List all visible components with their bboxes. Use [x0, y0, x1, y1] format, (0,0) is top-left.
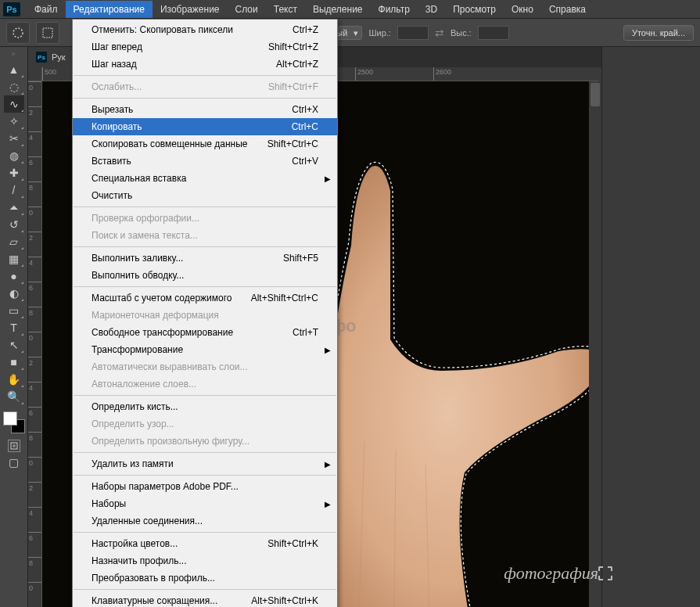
menu-item-label: Преобразовать в профиль... — [92, 572, 215, 584]
healing-brush-tool[interactable]: ✚ — [4, 164, 24, 181]
menu-item[interactable]: ВставитьCtrl+V — [73, 153, 337, 170]
new-selection-icon[interactable] — [36, 22, 59, 44]
crop-tool[interactable]: ✂ — [4, 130, 24, 147]
magic-wand-tool[interactable]: ✧ — [4, 113, 24, 130]
menu-item[interactable]: Свободное трансформированиеCtrl+T — [73, 324, 337, 341]
ruler-tick: 2500 — [355, 67, 433, 81]
menubar-item-1[interactable]: Редактирование — [66, 1, 153, 18]
menu-item[interactable]: Отменить: Скопировать пикселиCtrl+Z — [73, 21, 337, 38]
menu-item-shortcut: Shift+Ctrl+F — [268, 81, 318, 93]
menu-item[interactable]: Масштаб с учетом содержимогоAlt+Shift+Ct… — [73, 289, 337, 307]
menu-item-shortcut: Shift+Ctrl+K — [267, 537, 318, 550]
menubar-item-9[interactable]: Окно — [504, 1, 541, 18]
menu-item[interactable]: Удаленные соединения... — [73, 512, 337, 530]
menu-item[interactable]: Выполнить заливку...Shift+F5 — [73, 250, 337, 267]
menu-separator — [74, 207, 336, 207]
menu-item-label: Специальная вставка — [92, 172, 186, 185]
history-brush-tool[interactable]: ↺ — [4, 216, 24, 233]
menu-item-shortcut: Ctrl+V — [292, 155, 318, 167]
move-tool[interactable]: ▲ — [4, 61, 24, 78]
stamp-tool[interactable]: ⏶ — [4, 199, 24, 216]
menubar-item-6[interactable]: Фильтр — [371, 1, 418, 18]
screen-mode-toggle[interactable]: ▢ — [4, 454, 24, 471]
menu-item[interactable]: Преобразовать в профиль... — [73, 569, 337, 587]
gradient-tool[interactable]: ▦ — [4, 250, 24, 268]
zoom-tool[interactable]: 🔍 — [4, 388, 24, 405]
menu-separator — [74, 475, 336, 476]
height-input[interactable] — [478, 26, 509, 40]
shape-tool[interactable]: ■ — [4, 354, 24, 371]
menubar-item-4[interactable]: Текст — [266, 1, 305, 18]
menu-item-shortcut: Alt+Ctrl+Z — [276, 58, 318, 70]
ruler-tick: 6 — [28, 282, 41, 307]
menu-item[interactable]: Специальная вставка▶ — [73, 170, 337, 187]
eyedropper-tool[interactable]: ◍ — [4, 147, 24, 164]
ruler-tick: 2 — [28, 232, 41, 257]
menu-item[interactable]: Шаг назадAlt+Ctrl+Z — [73, 56, 337, 73]
menu-item: Автоналожение слоев... — [73, 375, 337, 393]
swap-dimensions-icon[interactable]: ⇄ — [435, 27, 444, 39]
menubar-item-5[interactable]: Выделение — [305, 1, 371, 18]
menubar-item-0[interactable]: Файл — [27, 1, 66, 18]
menu-item[interactable]: Настройка цветов...Shift+Ctrl+K — [73, 535, 337, 552]
color-swatches[interactable] — [3, 411, 25, 433]
quick-mask-toggle[interactable] — [8, 440, 20, 452]
menubar-item-3[interactable]: Слои — [228, 1, 266, 18]
menu-separator — [74, 532, 336, 533]
menubar-item-8[interactable]: Просмотр — [445, 1, 504, 18]
menu-item-shortcut: Ctrl+X — [292, 103, 318, 116]
ruler-tick: 6 — [28, 156, 41, 181]
pen-tool[interactable]: ▭ — [4, 302, 24, 319]
scrollbar-thumb[interactable] — [591, 83, 600, 106]
menu-item[interactable]: Шаг впередShift+Ctrl+Z — [73, 38, 337, 56]
menu-item-label: Удалить из памяти — [92, 458, 174, 470]
ruler-tick: 2 — [28, 357, 41, 382]
tool-preset-icon[interactable] — [6, 22, 30, 44]
menu-item-label: Назначить профиль... — [92, 555, 186, 567]
menu-item: Ослабить...Shift+Ctrl+F — [73, 78, 337, 95]
menu-item-shortcut: Ctrl+T — [293, 326, 318, 339]
eraser-tool[interactable]: ▱ — [4, 233, 24, 250]
blur-tool[interactable]: ● — [4, 268, 24, 285]
menu-item[interactable]: Скопировать совмещенные данныеShift+Ctrl… — [73, 135, 337, 153]
vertical-ruler[interactable]: 024680246802468024680 — [28, 81, 42, 607]
menu-separator — [74, 395, 336, 396]
foreground-color-swatch[interactable] — [3, 411, 17, 426]
app-logo: Ps — [3, 2, 20, 16]
document-tab[interactable]: Ps Рук — [28, 47, 74, 67]
menu-item[interactable]: Выполнить обводку... — [73, 267, 337, 284]
menu-item[interactable]: Определить кисть... — [73, 398, 337, 415]
menubar-item-2[interactable]: Изображение — [153, 1, 228, 18]
marquee-tool[interactable]: ◌ — [4, 78, 24, 95]
menubar-item-10[interactable]: Справка — [541, 1, 594, 18]
hand-tool[interactable]: ✋ — [4, 371, 24, 388]
menu-item[interactable]: Клавиатурные сокращения...Alt+Shift+Ctrl… — [73, 592, 337, 607]
menu-item[interactable]: Трансформирование▶ — [73, 341, 337, 358]
menu-item-shortcut: Alt+Shift+Ctrl+K — [251, 594, 318, 607]
panel-drag-handle[interactable]: » — [11, 50, 16, 58]
menu-item[interactable]: Назначить профиль... — [73, 552, 337, 569]
menu-item[interactable]: Очистить — [73, 187, 337, 204]
menu-item-label: Копировать — [92, 120, 142, 133]
lasso-tool[interactable]: ∿ — [4, 95, 24, 113]
edit-menu-dropdown: Отменить: Скопировать пикселиCtrl+ZШаг в… — [72, 19, 338, 607]
refine-edge-button[interactable]: Уточн. край... — [623, 25, 694, 41]
menubar-item-7[interactable]: 3D — [418, 1, 445, 18]
vertical-scrollbar[interactable] — [589, 81, 601, 607]
ruler-tick: 8 — [28, 181, 41, 207]
menu-item[interactable]: ВырезатьCtrl+X — [73, 101, 337, 118]
menu-item-label: Отменить: Скопировать пиксели — [92, 23, 233, 36]
menu-item-label: Настройка цветов... — [92, 537, 178, 550]
type-tool[interactable]: T — [4, 319, 24, 336]
menu-item[interactable]: Удалить из памяти▶ — [73, 455, 337, 472]
brush-tool[interactable]: / — [4, 181, 24, 199]
path-tool[interactable]: ↖ — [4, 336, 24, 354]
width-input[interactable] — [397, 26, 429, 40]
menu-item[interactable]: КопироватьCtrl+C — [73, 118, 337, 135]
menu-item[interactable]: Наборы▶ — [73, 495, 337, 512]
ruler-tick: 6 — [28, 532, 41, 557]
menu-item: Автоматически выравнивать слои... — [73, 358, 337, 375]
dodge-tool[interactable]: ◐ — [4, 285, 24, 302]
menu-item[interactable]: Наборы параметров Adobe PDF... — [73, 478, 337, 495]
ruler-origin[interactable] — [28, 67, 42, 81]
